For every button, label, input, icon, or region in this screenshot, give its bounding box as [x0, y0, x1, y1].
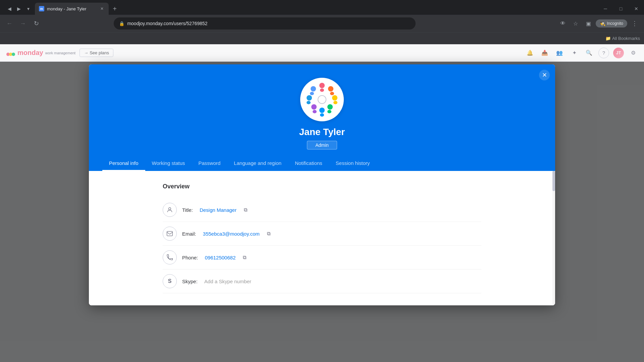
people-icon-btn[interactable]: 👥 [554, 48, 565, 58]
tab-close-btn[interactable]: ✕ [99, 6, 105, 11]
tab-back-btn[interactable]: ◀ [5, 5, 13, 13]
svg-point-5 [320, 88, 324, 92]
skype-field-label: Skype: [182, 279, 199, 284]
profile-avatar [300, 78, 344, 121]
tab-forward-btn[interactable]: ▶ [15, 5, 23, 13]
title-field-value: Design Manager [200, 207, 236, 213]
help-icon-btn[interactable]: ? [598, 48, 609, 58]
tab-language-region[interactable]: Language and region [227, 156, 288, 171]
svg-point-4 [319, 83, 325, 88]
page-content: monday work management → See plans 🔔 📥 👥… [0, 44, 644, 362]
title-field-icon [163, 203, 177, 217]
tab-down-btn[interactable]: ▾ [24, 5, 32, 13]
star-icon-btn[interactable]: ✦ [569, 48, 580, 58]
header-avatar: JT [613, 48, 624, 58]
close-icon: ✕ [542, 72, 547, 78]
svg-point-9 [333, 101, 337, 104]
bookmark-star-btn[interactable]: ☆ [570, 18, 581, 29]
info-row-email: Email: 355ebca3@moodjoy.com ⧉ [163, 222, 481, 246]
title-copy-btn[interactable]: ⧉ [242, 206, 250, 214]
email-field-label: Email: [182, 231, 198, 237]
arrow-icon: → [84, 50, 88, 55]
profile-role-badge: Admin [307, 141, 337, 149]
info-row-skype: S Skype: Add a Skype number [163, 269, 481, 293]
svg-point-10 [327, 104, 333, 110]
svg-point-2 [12, 53, 15, 56]
toolbar-right: 👁 ☆ ▣ 🕵 Incognito ⋮ [557, 18, 640, 29]
active-tab[interactable]: m monday - Jane Tyler ✕ [35, 3, 109, 15]
lock-icon: 🔒 [119, 21, 124, 26]
modal-header: Jane Tyler Admin Personal info Working s… [89, 64, 555, 171]
nav-back-btn[interactable]: ← [4, 18, 15, 29]
omnibox-bar: ← → ↻ 🔒 moodjoy.monday.com/users/5276985… [0, 15, 644, 32]
title-field-label: Title: [182, 207, 194, 213]
tab-personal-info[interactable]: Personal info [102, 156, 145, 171]
app-header: monday work management → See plans 🔔 📥 👥… [0, 44, 644, 62]
svg-point-17 [307, 101, 311, 104]
omnibox[interactable]: 🔒 moodjoy.monday.com/users/52769852 [114, 17, 416, 29]
scrollbar-track[interactable] [552, 171, 555, 305]
modal: ✕ [89, 64, 555, 305]
tab-favicon: m [39, 6, 44, 11]
logo-wm-text: work management [45, 51, 76, 55]
eye-off-icon-btn[interactable]: 👁 [557, 18, 568, 29]
nav-forward-btn[interactable]: → [17, 18, 28, 29]
monday-logo-icon [5, 48, 16, 58]
search-icon-btn[interactable]: 🔍 [584, 48, 594, 58]
svg-point-18 [311, 86, 316, 92]
email-field-icon [163, 227, 177, 241]
phone-copy-btn[interactable]: ⧉ [241, 254, 249, 261]
svg-point-7 [330, 92, 334, 95]
incognito-badge: 🕵 Incognito [596, 19, 627, 27]
inbox-icon-btn[interactable]: 📥 [539, 48, 550, 58]
svg-point-14 [311, 104, 317, 110]
maximize-btn[interactable]: □ [613, 3, 629, 15]
phone-field-value: 09612500682 [205, 255, 236, 260]
bookmarks-bar: 📁 All Bookmarks [0, 32, 644, 44]
svg-point-8 [332, 95, 337, 101]
tab-notifications[interactable]: Notifications [288, 156, 329, 171]
svg-point-15 [313, 110, 317, 113]
info-row-phone: Phone: 09612500682 ⧉ [163, 246, 481, 269]
bell-icon-btn[interactable]: 🔔 [525, 48, 535, 58]
tab-title: monday - Jane Tyler [47, 6, 97, 11]
scrollbar-thumb[interactable] [552, 171, 555, 191]
tab-session-history[interactable]: Session history [329, 156, 377, 171]
settings-icon-btn[interactable]: ⚙ [628, 48, 639, 58]
chrome-menu-btn[interactable]: ⋮ [629, 18, 640, 29]
skype-field-value: Add a Skype number [204, 279, 251, 284]
all-bookmarks-btn[interactable]: 📁 All Bookmarks [605, 36, 640, 41]
profile-name: Jane Tyler [299, 127, 345, 137]
svg-point-16 [307, 95, 312, 101]
sidebar-toggle-btn[interactable]: ▣ [583, 18, 594, 29]
overview-title: Overview [163, 183, 481, 190]
skype-field-icon: S [163, 274, 177, 288]
new-tab-btn[interactable]: + [110, 4, 119, 13]
svg-point-11 [327, 110, 331, 113]
tab-working-status[interactable]: Working status [145, 156, 192, 171]
logo-monday-text: monday [17, 49, 43, 57]
tab-bar: ◀ ▶ ▾ m monday - Jane Tyler ✕ + ─ □ ✕ [0, 0, 644, 15]
close-btn[interactable]: ✕ [629, 3, 644, 15]
modal-body: Overview Title: Design Manager ⧉ Email: [89, 171, 555, 305]
email-copy-btn[interactable]: ⧉ [265, 230, 273, 237]
folder-icon: 📁 [605, 36, 611, 41]
modal-tabs: Personal info Working status Password La… [89, 156, 555, 171]
svg-point-13 [320, 113, 324, 117]
tab-password[interactable]: Password [192, 156, 227, 171]
avatar-icon [302, 79, 342, 120]
svg-point-19 [310, 92, 314, 95]
svg-point-22 [169, 207, 171, 210]
see-plans-btn[interactable]: → See plans [79, 49, 113, 57]
modal-close-btn[interactable]: ✕ [539, 70, 550, 80]
role-label: Admin [315, 142, 329, 148]
svg-rect-23 [167, 231, 173, 236]
omnibox-url: moodjoy.monday.com/users/52769852 [127, 21, 410, 26]
email-field-value[interactable]: 355ebca3@moodjoy.com [203, 231, 260, 237]
svg-point-12 [319, 108, 325, 113]
minimize-btn[interactable]: ─ [598, 3, 613, 15]
modal-overlay: ✕ [0, 62, 644, 362]
nav-refresh-btn[interactable]: ↻ [31, 18, 42, 29]
app-logo: monday work management [5, 48, 75, 58]
info-row-title: Title: Design Manager ⧉ [163, 198, 481, 222]
